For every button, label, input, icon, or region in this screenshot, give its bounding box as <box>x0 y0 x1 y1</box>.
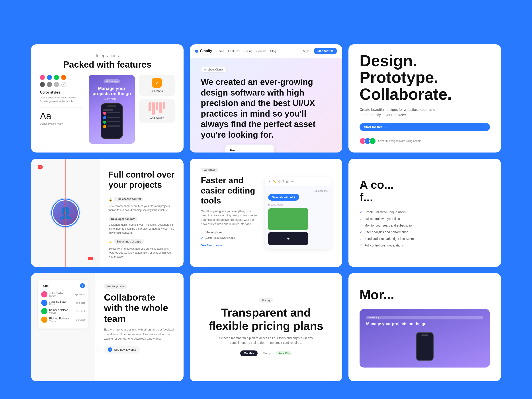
check-label-2: 100% responsive layouts <box>205 236 235 239</box>
tool-pen: ✏️ <box>273 180 276 183</box>
see-features-link[interactable]: See Features → <box>201 244 222 247</box>
check-label-1: 38+ templates <box>205 231 222 234</box>
card5-title: Faster and easier editing tools <box>201 176 258 206</box>
team-card-mini-title: Team <box>41 284 49 287</box>
feature-analytics: ✓ User analytics and performance <box>360 230 490 234</box>
card-packed-features: Integrations Packed with features + Colo… <box>31 44 184 152</box>
color-shades: + <box>40 82 84 87</box>
card5-desc: Our AI engine gives you everything you n… <box>201 209 258 226</box>
feature-text-4: User analytics and performance <box>364 230 408 234</box>
color-styles-title: Color styles <box>40 90 84 95</box>
nav-pricing[interactable]: Pricing <box>244 50 253 53</box>
mini-avatar-3 <box>41 308 47 314</box>
feature-thousands-apps: ⚡ Thousands of apps Select from numerous… <box>109 239 175 259</box>
card5-inner: Workflows Faster and easier editing tool… <box>190 159 342 267</box>
card8-title: Transparent and flexible pricing plans <box>201 306 331 333</box>
team-card-mini-header: Team + <box>41 283 85 288</box>
surprise-me-label: Surprise me <box>268 190 328 192</box>
mini-count-2: 7 projects <box>74 301 85 304</box>
card6-features: ✓ Create unlimited unique users ✓ Full c… <box>360 210 490 247</box>
grid-system-label: Grid system <box>150 116 164 120</box>
nav-items: Home Features Pricing Contact Blog <box>216 50 298 53</box>
designer-avatars <box>360 138 376 144</box>
designers-label: Over 5M designers are using Kozmo <box>378 139 421 143</box>
check-icon <box>154 81 159 85</box>
dot-green <box>54 75 59 80</box>
ai-canvas: Surprise me Generate with AI ✦ Browse id… <box>265 186 331 249</box>
nav-contact[interactable]: Contact <box>256 50 266 53</box>
mobile-title: Manage your projects on the go <box>92 86 131 96</box>
nav-home[interactable]: Home <box>216 50 224 53</box>
card-clonify-website: Clonify Home Features Pricing Contact Bl… <box>190 44 342 152</box>
card7-title: Collaborate with the whole team <box>104 292 175 324</box>
design-system-aa: Aa <box>40 111 84 121</box>
mini-role-3: Viewer <box>49 312 68 314</box>
add-color-btn[interactable]: + <box>61 82 66 87</box>
shade-2 <box>47 82 52 87</box>
check-notifications: ✓ <box>360 244 362 247</box>
card4-title: Full control over your projects <box>109 170 175 190</box>
designers-row: Over 5M designers are using Kozmo <box>360 138 490 144</box>
see-how-label: See how it works <box>114 348 136 351</box>
card5-right: ↖ ✏️ ◇ T 🖼 ⋯ Surprise me Generate with A… <box>265 168 331 258</box>
feature-notifications: ✓ Full control over notifications <box>360 244 490 247</box>
tool-cursor: ↖ <box>268 180 271 183</box>
svg-point-0 <box>195 50 198 53</box>
team-member-mini-4: Richard Rodgers Viewer 1 project <box>41 317 85 323</box>
card2-body: All about Clonify We created an ever-gro… <box>190 58 342 152</box>
mini-avatar-1 <box>41 291 47 298</box>
see-how-btn[interactable]: ● See how it works <box>104 346 140 354</box>
mini-avatar-4 <box>41 317 47 323</box>
mini-role-4: Viewer <box>49 320 69 323</box>
nav-blog[interactable]: Blog <box>270 50 276 53</box>
card2-heading: We created an ever-growing design softwa… <box>201 77 331 140</box>
red-marker-top: 4 <box>38 165 43 169</box>
shade-3 <box>54 82 59 87</box>
yearly-btn[interactable]: Yearly <box>259 350 274 356</box>
dot-blue <box>47 75 52 80</box>
mini-count-4: 1 project <box>76 318 85 321</box>
color-styles-desc: Download color tokens in different forma… <box>40 96 84 103</box>
star-icon: ✦ <box>286 236 290 241</box>
period-toggle: Monthly Yearly Save 20% <box>240 350 292 356</box>
top-background <box>0 0 532 44</box>
check-item-1: ✓ 38+ templates <box>201 231 258 234</box>
start-free-button[interactable]: Start for free <box>314 48 337 54</box>
feature-full-control: ✓ Full control over your files <box>360 217 490 221</box>
mini-role-2: Editor <box>49 303 66 306</box>
get-things-badge: Get things done <box>104 284 127 289</box>
mini-name-3: Kamden Nelson <box>49 309 68 312</box>
nav-features[interactable]: Features <box>228 50 239 53</box>
check-unlimited: ✓ <box>360 210 362 214</box>
card-full-control: 👤 4 4 Full control over your projects 🔒 … <box>31 159 184 267</box>
mini-avatar-2 <box>41 300 47 306</box>
full-control-label: Full control <box>151 89 164 93</box>
card3-desc: Create beautiful designs for websites, a… <box>360 107 439 118</box>
nav-apps[interactable]: Apps <box>303 50 310 53</box>
generate-ai-btn[interactable]: Generate with AI ✦ <box>268 194 299 201</box>
add-team-btn[interactable]: + <box>80 283 85 288</box>
card2-footer: 👤 Team John Carter 3 projects <box>201 145 331 152</box>
heading-collaborate: Collaborate. <box>360 85 452 103</box>
mobile-app-label: Mobile App <box>103 79 120 83</box>
feature-text-1: Create unlimited unique users <box>364 210 406 214</box>
card3-heading: Design. Prototype. Collaborate. <box>360 52 490 103</box>
card5-left: Workflows Faster and easier editing tool… <box>201 168 265 258</box>
team-member-mini-2: Julianne Black Editor 7 projects <box>41 300 85 306</box>
clonify-logo: Clonify <box>195 49 212 53</box>
feature-developer-handoff: Developer handoff Designers don't need t… <box>109 216 175 235</box>
monthly-btn[interactable]: Monthly <box>240 350 258 356</box>
card7-content: Get things done Collaborate with the who… <box>95 273 184 381</box>
color-dots <box>40 75 84 80</box>
check-monitor: ✓ <box>360 224 362 227</box>
start-free-btn[interactable]: Start for free → <box>360 123 490 131</box>
dot-orange <box>61 75 66 80</box>
feature-audio-remarks: ✓ Send audio remarks right into Kozmo <box>360 237 490 241</box>
tool-more: ⋯ <box>291 180 294 183</box>
shade-1 <box>40 82 45 87</box>
mobile-title-sm: Manage your projects on the go <box>366 322 483 326</box>
feature-text-5: Send audio remarks right into Kozmo <box>364 237 415 241</box>
mini-name-1: John Carter <box>49 292 63 295</box>
red-marker-bottom: 4 <box>88 257 93 260</box>
check-analytics: ✓ <box>360 230 362 234</box>
